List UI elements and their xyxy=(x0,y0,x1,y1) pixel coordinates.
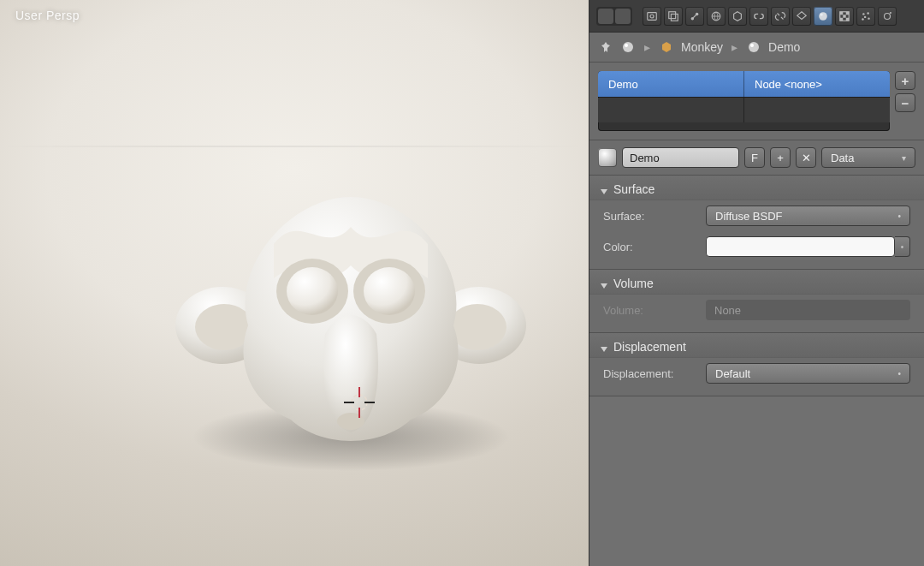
svg-point-36 xyxy=(890,12,891,14)
svg-point-34 xyxy=(862,18,863,20)
display-mode-toggle[interactable] xyxy=(596,7,632,26)
svg-rect-18 xyxy=(671,14,678,21)
unlink-material-button[interactable]: ✕ xyxy=(796,147,816,168)
svg-point-31 xyxy=(867,12,868,14)
world-tab[interactable] xyxy=(707,7,726,26)
breadcrumb-object[interactable]: Monkey xyxy=(681,40,723,54)
volume-section-title: Volume xyxy=(613,277,654,290)
chevron-right-icon: ▸ xyxy=(643,40,652,54)
caret-down-icon: ▾ xyxy=(902,153,906,163)
displacement-section-title: Displacement xyxy=(613,340,686,354)
constraints-tab[interactable] xyxy=(749,7,768,26)
material-slot[interactable]: Demo Node <none> xyxy=(598,71,890,97)
svg-point-37 xyxy=(623,42,633,52)
plus-icon: + xyxy=(902,74,909,88)
svg-point-30 xyxy=(862,13,864,15)
material-link-value: Data xyxy=(831,152,854,164)
properties-header-tabs xyxy=(589,0,924,33)
volume-label: Volume: xyxy=(603,304,697,317)
fake-user-button[interactable]: F xyxy=(744,147,765,168)
svg-point-35 xyxy=(885,13,891,19)
minus-icon: − xyxy=(902,96,909,110)
svg-point-38 xyxy=(625,44,628,47)
svg-point-7 xyxy=(287,267,338,315)
svg-rect-29 xyxy=(846,17,850,21)
volume-section-header[interactable]: Volume xyxy=(589,270,924,295)
displacement-label: Displacement: xyxy=(603,367,697,380)
disclosure-icon xyxy=(600,343,608,351)
render-tab[interactable] xyxy=(643,7,661,26)
surface-shader-value: Diffuse BSDF xyxy=(715,210,783,223)
scene-tab[interactable] xyxy=(685,7,704,26)
material-name-input[interactable]: Demo xyxy=(622,147,739,168)
svg-rect-26 xyxy=(846,11,850,15)
properties-panel: ▸ Monkey ▸ Demo Demo Node <none> xyxy=(589,0,924,566)
physics-tab[interactable] xyxy=(878,7,897,26)
material-ball-icon xyxy=(746,39,761,55)
svg-point-9 xyxy=(337,413,364,430)
remove-material-slot-button[interactable]: − xyxy=(895,93,915,112)
material-tab[interactable] xyxy=(814,7,832,26)
svg-rect-15 xyxy=(648,12,657,20)
plus-icon: + xyxy=(777,152,784,164)
surface-color-swatch[interactable] xyxy=(706,236,895,257)
svg-point-23 xyxy=(820,13,823,15)
material-slot-empty[interactable] xyxy=(598,97,890,122)
close-icon: ✕ xyxy=(802,152,811,164)
material-link-dropdown[interactable]: Data ▾ xyxy=(821,147,915,168)
pin-icon[interactable] xyxy=(598,39,613,55)
object-tab[interactable] xyxy=(728,7,747,26)
displacement-dropdown[interactable]: Default • xyxy=(706,363,910,384)
breadcrumb: ▸ Monkey ▸ Demo xyxy=(589,33,924,63)
volume-section: Volume Volume: None xyxy=(589,270,924,333)
svg-rect-25 xyxy=(840,11,844,15)
surface-label: Surface: xyxy=(603,210,697,223)
displacement-section: Displacement Displacement: Default • xyxy=(589,333,924,396)
color-label: Color: xyxy=(603,241,697,253)
add-material-slot-button[interactable]: + xyxy=(895,71,915,90)
surface-section-header[interactable]: Surface xyxy=(589,176,924,200)
material-slot-list-row: Demo Node <none> + − xyxy=(589,63,924,140)
svg-rect-27 xyxy=(843,15,846,18)
modifiers-tab[interactable] xyxy=(771,7,790,26)
displacement-section-header[interactable]: Displacement xyxy=(589,333,924,358)
dot-icon: • xyxy=(897,369,901,378)
particles-tab[interactable] xyxy=(856,7,875,26)
horizon-line xyxy=(0,146,589,147)
texture-tab[interactable] xyxy=(835,7,854,26)
disclosure-icon xyxy=(600,279,608,288)
3d-viewport[interactable]: User Persp xyxy=(0,0,589,566)
material-preview-icon[interactable] xyxy=(598,148,617,167)
material-slot-name: Demo xyxy=(598,71,744,97)
new-material-button[interactable]: + xyxy=(770,147,791,168)
surface-shader-dropdown[interactable]: Diffuse BSDF • xyxy=(706,206,910,226)
surface-section-title: Surface xyxy=(613,182,654,196)
render-layers-tab[interactable] xyxy=(664,7,683,26)
suzanne-mesh[interactable] xyxy=(171,163,530,471)
svg-point-33 xyxy=(868,17,869,19)
material-slot-list[interactable]: Demo Node <none> xyxy=(598,71,890,131)
svg-point-22 xyxy=(819,12,827,21)
mesh-icon xyxy=(659,39,674,55)
dot-icon: • xyxy=(901,242,904,252)
svg-point-39 xyxy=(749,42,759,52)
surface-section: Surface Surface: Diffuse BSDF • Color: • xyxy=(589,176,924,270)
dot-icon: • xyxy=(897,212,901,221)
svg-point-8 xyxy=(364,267,415,315)
surface-color-menu-button[interactable]: • xyxy=(895,236,910,257)
breadcrumb-material[interactable]: Demo xyxy=(768,40,800,54)
displacement-value: Default xyxy=(715,367,750,380)
chevron-right-icon: ▸ xyxy=(730,40,739,54)
material-slot-node: Node <none> xyxy=(744,71,890,97)
svg-rect-17 xyxy=(669,11,676,18)
disclosure-icon xyxy=(600,185,608,194)
svg-point-16 xyxy=(650,14,654,17)
svg-point-32 xyxy=(864,15,866,17)
volume-shader-value[interactable]: None xyxy=(706,300,910,320)
data-tab[interactable] xyxy=(792,7,811,26)
panel-empty-area xyxy=(589,396,924,566)
viewport-label: User Persp xyxy=(15,9,80,22)
svg-rect-28 xyxy=(840,17,844,21)
material-ball-icon xyxy=(620,39,636,55)
svg-point-40 xyxy=(750,44,754,47)
